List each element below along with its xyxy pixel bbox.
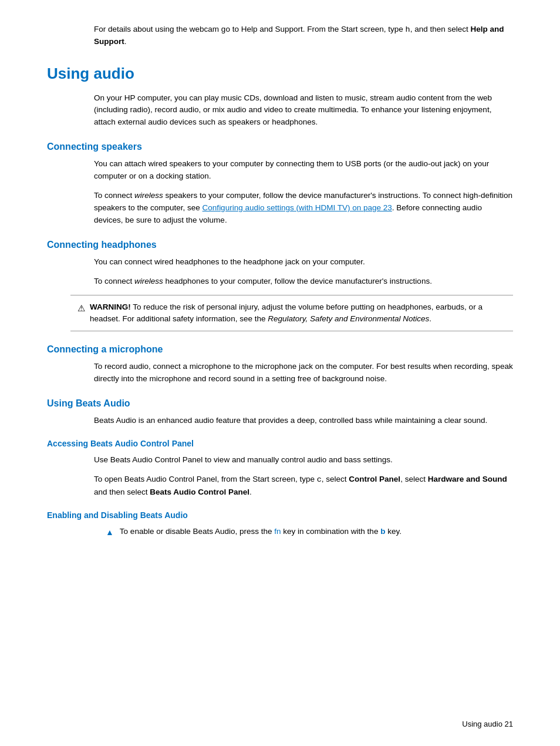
fn-key: fn bbox=[274, 527, 281, 536]
accessing-beats-para-1: Use Beats Audio Control Panel to view an… bbox=[94, 454, 513, 466]
main-body: On your HP computer, you can play music … bbox=[94, 92, 513, 129]
heading-accessing-beats-audio: Accessing Beats Audio Control Panel bbox=[47, 439, 513, 448]
hdmi-link[interactable]: Configuring audio settings (with HDMI TV… bbox=[203, 203, 392, 212]
warning-content: WARNING! To reduce the risk of personal … bbox=[90, 301, 506, 325]
beats-audio-para-1: Beats Audio is an enhanced audio feature… bbox=[94, 415, 513, 427]
warning-text: To reduce the risk of personal injury, a… bbox=[90, 303, 483, 323]
accessing-beats-para-2: To open Beats Audio Control Panel, from … bbox=[94, 473, 513, 499]
page: For details about using the webcam go to… bbox=[0, 0, 560, 746]
code-c: c bbox=[317, 475, 322, 484]
b-key: b bbox=[380, 527, 385, 536]
headphones-para-1: You can connect wired headphones to the … bbox=[94, 256, 513, 268]
intro-code-h: h bbox=[406, 25, 410, 34]
bullet-triangle-icon: ▲ bbox=[106, 526, 114, 539]
headphones-para-2: To connect wireless headphones to your c… bbox=[94, 275, 513, 288]
warning-label: WARNING! bbox=[90, 303, 131, 311]
heading-connecting-headphones: Connecting headphones bbox=[47, 240, 513, 250]
footer-page-number: 21 bbox=[505, 720, 513, 728]
heading-connecting-speakers: Connecting speakers bbox=[47, 142, 513, 152]
heading-using-beats-audio: Using Beats Audio bbox=[47, 398, 513, 409]
intro-text-1: For details about using the webcam go to… bbox=[94, 25, 406, 33]
intro-paragraph: For details about using the webcam go to… bbox=[94, 23, 513, 48]
heading-enabling-beats-audio: Enabling and Disabling Beats Audio bbox=[47, 510, 513, 520]
microphone-para-1: To record audio, connect a microphone to… bbox=[94, 361, 513, 385]
footer-text: Using audio bbox=[462, 720, 504, 728]
speakers-para-1: You can attach wired speakers to your co… bbox=[94, 158, 513, 183]
warning-icon: ⚠ bbox=[77, 302, 85, 315]
intro-text-2: , and then select bbox=[410, 25, 471, 33]
main-heading: Using audio bbox=[47, 65, 513, 83]
heading-connecting-microphone: Connecting a microphone bbox=[47, 344, 513, 355]
bullet-list: ▲ To enable or disable Beats Audio, pres… bbox=[106, 526, 513, 539]
intro-text-3: . bbox=[124, 37, 127, 46]
bullet-text: To enable or disable Beats Audio, press … bbox=[120, 526, 402, 538]
footer: Using audio 21 bbox=[462, 720, 513, 728]
bullet-item-beats-toggle: ▲ To enable or disable Beats Audio, pres… bbox=[106, 526, 513, 539]
speakers-para-2: To connect wireless speakers to your com… bbox=[94, 190, 513, 227]
warning-box: ⚠ WARNING! To reduce the risk of persona… bbox=[70, 295, 513, 332]
